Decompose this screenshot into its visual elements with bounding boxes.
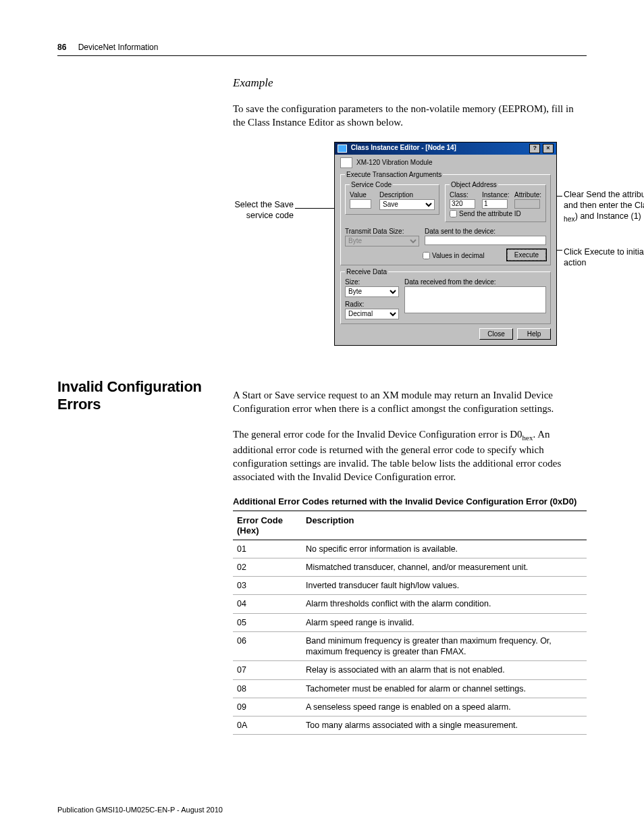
table-header-desc: Description (302, 511, 587, 540)
error-code-cell: 05 (233, 613, 302, 631)
radix-select[interactable]: Decimal (345, 309, 399, 319)
error-code-cell: 06 (233, 631, 302, 661)
size-select[interactable]: Byte (345, 286, 399, 297)
error-code-table: Error Code (Hex) Description 01No specif… (233, 511, 587, 735)
values-decimal-label: Values in decimal (432, 252, 485, 259)
description-label: Description (379, 191, 435, 199)
execute-button[interactable]: Execute (507, 249, 546, 261)
callout-right-2: Click Execute to initiate the action (564, 246, 644, 269)
error-desc-cell: Alarm thresholds conflict with the alarm… (302, 595, 587, 613)
attribute-label: Attribute: (514, 191, 541, 199)
error-desc-cell: Tachometer must be enabled for alarm or … (302, 679, 587, 698)
dialog-titlebar: Class Instance Editor - [Node 14] ? × (335, 142, 556, 155)
page-number: 86 (57, 43, 66, 52)
receive-data-legend: Receive Data (345, 268, 388, 276)
error-desc-cell: Too many alarms associated with a single… (302, 716, 587, 735)
invalid-config-heading: Invalid Configuration Errors (57, 378, 225, 413)
error-code-cell: 07 (233, 661, 302, 679)
table-row: 05Alarm speed range is invalid. (233, 613, 587, 631)
class-label: Class: (450, 191, 477, 199)
exec-args-legend: Execute Transaction Arguments (345, 171, 443, 178)
tx-size-label: Transmit Data Size: (345, 228, 419, 235)
object-address-legend: Object Address (450, 181, 498, 188)
module-icon (340, 157, 352, 168)
error-desc-cell: No specific error information is availab… (302, 540, 587, 558)
error-desc-cell: Relay is associated with an alarm that i… (302, 661, 587, 679)
figure-area: Select the Save service code Clear Send … (233, 142, 587, 351)
table-row: 01No specific error information is avail… (233, 540, 587, 558)
table-row: 09A senseless speed range is enabled on … (233, 698, 587, 716)
error-code-cell: 0A (233, 716, 302, 735)
execute-transaction-group: Execute Transaction Arguments Service Co… (340, 171, 551, 265)
callout-right-1: Clear Send the attribute ID and then ent… (564, 189, 644, 224)
data-received-textarea (404, 286, 546, 313)
table-row: 08Tachometer must be enabled for alarm o… (233, 679, 587, 698)
error-code-cell: 01 (233, 540, 302, 558)
table-row: 0AToo many alarms associated with a sing… (233, 716, 587, 735)
service-code-group: Service Code Value Description (345, 181, 439, 215)
example-heading: Example (233, 76, 587, 90)
error-code-cell: 09 (233, 698, 302, 716)
invalid-config-para1: A Start or Save service request to an XM… (233, 388, 587, 416)
example-intro: To save the configuration parameters to … (233, 102, 587, 130)
description-select[interactable]: Save (379, 199, 435, 210)
radix-label: Radix: (345, 301, 399, 308)
error-code-cell: 04 (233, 595, 302, 613)
values-decimal-checkbox[interactable] (423, 252, 430, 259)
error-desc-cell: A senseless speed range is enabled on a … (302, 698, 587, 716)
error-code-cell: 08 (233, 679, 302, 698)
attribute-input (514, 199, 540, 209)
dialog-title: Class Instance Editor - [Node 14] (351, 144, 456, 151)
callout-left: Select the Save service code (206, 199, 294, 221)
class-input[interactable] (450, 199, 475, 209)
value-label: Value (350, 191, 374, 199)
table-row: 07Relay is associated with an alarm that… (233, 661, 587, 679)
app-icon (338, 145, 347, 153)
error-desc-cell: Alarm speed range is invalid. (302, 613, 587, 631)
service-code-legend: Service Code (350, 181, 393, 188)
close-icon[interactable]: × (543, 144, 554, 153)
table-row: 03Inverted transducer fault high/low val… (233, 577, 587, 595)
table-row: 04Alarm thresholds conflict with the ala… (233, 595, 587, 613)
error-desc-cell: Mismatched transducer, channel, and/or m… (302, 558, 587, 576)
send-attribute-checkbox[interactable] (450, 210, 457, 217)
help-icon[interactable]: ? (529, 144, 540, 153)
invalid-config-para2: The general error code for the Invalid D… (233, 427, 587, 484)
send-attribute-label: Send the attribute ID (459, 210, 521, 217)
error-code-cell: 02 (233, 558, 302, 576)
help-button[interactable]: Help (517, 328, 551, 340)
class-instance-editor-dialog: Class Instance Editor - [Node 14] ? × XM… (334, 142, 557, 346)
instance-label: Instance: (482, 191, 509, 199)
data-sent-label: Data sent to the device: (425, 228, 546, 235)
close-button[interactable]: Close (479, 328, 513, 340)
table-row: 02Mismatched transducer, channel, and/or… (233, 558, 587, 576)
receive-data-group: Receive Data Size: Byte Radix: Decimal (340, 268, 551, 324)
page-header: 86 DeviceNet Information (57, 41, 587, 56)
service-value-input[interactable] (350, 199, 371, 209)
object-address-group: Object Address Class: Instance: (445, 181, 546, 222)
data-received-label: Data received from the device: (404, 278, 546, 286)
table-row: 06Band minimum frequency is greater than… (233, 631, 587, 661)
header-section: DeviceNet Information (78, 43, 159, 52)
error-table-title: Additional Error Codes returned with the… (233, 496, 587, 506)
error-desc-cell: Band minimum frequency is greater than m… (302, 631, 587, 661)
footer-publication: Publication GMSI10-UM025C-EN-P - August … (57, 806, 223, 814)
error-desc-cell: Inverted transducer fault high/low value… (302, 577, 587, 595)
module-name: XM-120 Vibration Module (356, 159, 433, 166)
instance-input[interactable] (482, 199, 508, 209)
table-header-code: Error Code (Hex) (233, 511, 302, 540)
data-sent-input[interactable] (425, 236, 546, 245)
size-label: Size: (345, 278, 399, 286)
tx-size-select: Byte (345, 236, 419, 246)
error-code-cell: 03 (233, 577, 302, 595)
